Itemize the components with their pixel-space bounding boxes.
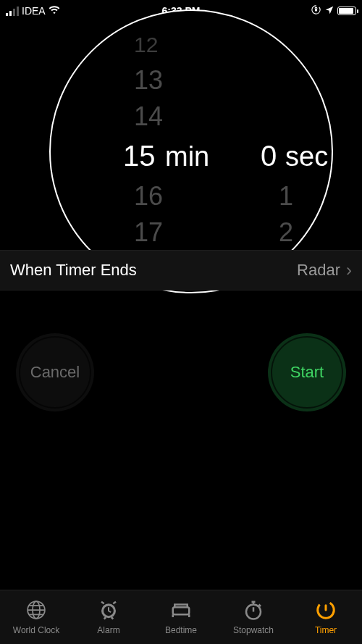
globe-icon — [25, 599, 47, 623]
tab-label: Bedtime — [165, 625, 197, 635]
tab-stopwatch[interactable]: Stopwatch — [217, 590, 290, 644]
picker-sec-selected[interactable]: 0 — [261, 140, 277, 172]
timer-screen: IDEA 6:33 PM 0 1 2 3 12 13 14 15 — [0, 0, 362, 644]
button-row: Cancel Start — [0, 333, 362, 435]
alarm-clock-icon — [98, 599, 119, 623]
carrier-label: IDEA — [22, 5, 46, 17]
picker-min-m1[interactable]: 14 — [134, 101, 163, 132]
picker-min-unit: min — [165, 141, 209, 172]
tab-bedtime[interactable]: Bedtime — [145, 590, 217, 644]
when-timer-ends-label: When Timer Ends — [10, 261, 137, 280]
cancel-button[interactable]: Cancel — [16, 333, 94, 411]
timer-icon — [315, 599, 337, 623]
tab-alarm[interactable]: Alarm — [72, 590, 145, 644]
picker-min-selected[interactable]: 15 — [123, 140, 156, 172]
lock-icon — [311, 4, 321, 17]
status-right — [311, 4, 356, 17]
status-left: IDEA — [6, 4, 60, 18]
tab-label: Timer — [315, 625, 337, 635]
tab-timer[interactable]: Timer — [290, 590, 362, 644]
when-timer-ends-value: Radar — [297, 261, 340, 280]
svg-rect-1 — [315, 9, 317, 11]
picker-min-m3[interactable]: 12 — [134, 33, 158, 57]
picker-sec-p1[interactable]: 1 — [279, 181, 293, 212]
cancel-button-label: Cancel — [30, 363, 80, 382]
svg-rect-6 — [173, 607, 190, 614]
tab-bar: World Clock Alarm Bedtime Stopwatch Time… — [0, 590, 362, 644]
signal-icon — [6, 7, 19, 16]
bed-icon — [170, 599, 192, 623]
start-button-label: Start — [290, 363, 324, 382]
picker-min-p2[interactable]: 17 — [134, 217, 163, 248]
picker-sec-unit: sec — [285, 141, 328, 172]
time-picker[interactable]: 0 1 2 3 12 13 14 15 min 16 17 18 0 sec 1… — [0, 22, 362, 250]
chevron-right-icon: › — [346, 260, 352, 280]
wifi-icon — [49, 4, 60, 18]
tab-label: World Clock — [13, 625, 59, 635]
picker-min-m2[interactable]: 13 — [134, 65, 163, 96]
location-icon — [324, 5, 334, 17]
tab-world-clock[interactable]: World Clock — [0, 590, 72, 644]
stopwatch-icon — [243, 599, 264, 623]
battery-icon — [337, 7, 356, 15]
tab-label: Stopwatch — [233, 625, 274, 635]
picker-min-p1[interactable]: 16 — [134, 181, 163, 212]
start-button[interactable]: Start — [268, 333, 346, 411]
tab-label: Alarm — [97, 625, 119, 635]
when-timer-ends-row[interactable]: When Timer Ends Radar › — [0, 250, 362, 290]
picker-sec-p2[interactable]: 2 — [279, 217, 293, 248]
